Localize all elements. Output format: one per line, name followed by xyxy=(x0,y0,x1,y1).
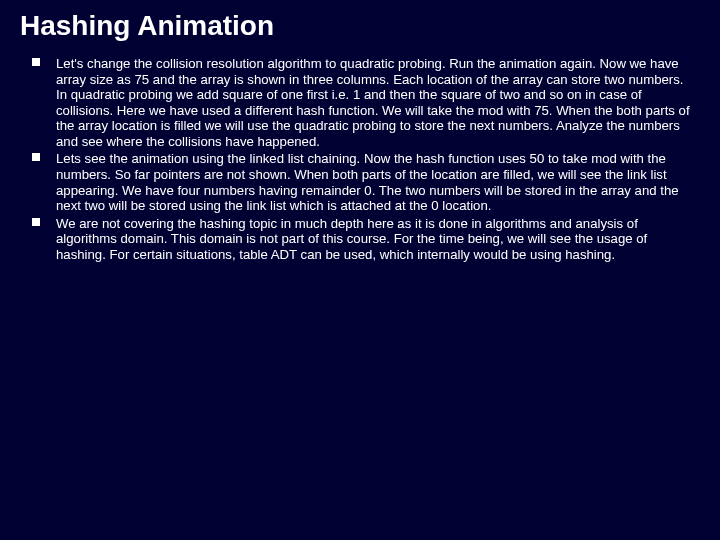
slide-title: Hashing Animation xyxy=(20,10,700,42)
slide: Hashing Animation Let's change the colli… xyxy=(0,0,720,540)
bullet-item: Lets see the animation using the linked … xyxy=(32,151,692,213)
bullet-list: Let's change the collision resolution al… xyxy=(20,56,700,263)
bullet-item: Let's change the collision resolution al… xyxy=(32,56,692,149)
bullet-item: We are not covering the hashing topic in… xyxy=(32,216,692,263)
